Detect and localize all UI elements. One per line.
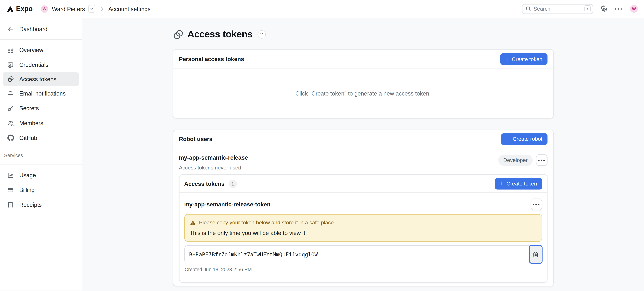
create-robot-button[interactable]: + Create robot xyxy=(501,133,548,145)
token-icon xyxy=(7,76,14,82)
sidebar-item-label: Usage xyxy=(20,172,36,178)
chevron-down-icon xyxy=(90,7,94,11)
top-header: Expo W Ward Pieters Account settings / xyxy=(0,0,644,18)
sidebar-item-label: Billing xyxy=(20,187,35,193)
robot-tokens-card: Access tokens 1 + Create token my-app-se… xyxy=(179,174,547,283)
sidebar-item-dashboard[interactable]: Dashboard xyxy=(0,22,82,36)
create-robot-token-button[interactable]: + Create token xyxy=(495,178,542,189)
copy-token-button[interactable] xyxy=(529,245,542,264)
role-badge: Developer xyxy=(498,154,532,166)
token-count-badge: 1 xyxy=(228,179,237,188)
key-icon xyxy=(7,105,14,111)
sidebar-item-usage[interactable]: Usage xyxy=(0,168,82,183)
sidebar-item-receipts[interactable]: Receipts xyxy=(0,197,82,212)
warning-icon xyxy=(190,220,196,226)
sidebar-item-label: Credentials xyxy=(20,61,48,68)
breadcrumb-account-avatar[interactable]: W xyxy=(41,5,48,12)
sidebar-item-overview[interactable]: Overview xyxy=(0,43,82,57)
token-value-field: BHRaPE7BfrZoJmKhlz7aTwUFYtMmQUEi1vqqglOW xyxy=(184,245,542,263)
sidebar-divider xyxy=(0,39,82,40)
sidebar-item-credentials[interactable]: Credentials xyxy=(0,57,82,72)
sidebar-item-label: Overview xyxy=(20,47,43,53)
sidebar-item-label: Access tokens xyxy=(20,76,56,82)
create-token-button[interactable]: + Create token xyxy=(500,53,547,65)
sidebar-item-secrets[interactable]: Secrets xyxy=(0,101,82,116)
sidebar-item-label: Dashboard xyxy=(20,26,48,32)
robot-name: my-app-semantic-release xyxy=(179,154,248,161)
token-more-button[interactable]: ●●● xyxy=(530,199,542,210)
expo-logo-text: Expo xyxy=(16,5,32,13)
usage-chart-icon xyxy=(7,172,14,178)
sidebar-item-billing[interactable]: Billing xyxy=(0,183,82,197)
receipt-icon xyxy=(7,202,14,208)
credit-card-icon xyxy=(7,187,14,193)
personal-tokens-title: Personal access tokens xyxy=(179,56,244,62)
help-button[interactable]: ? xyxy=(258,30,266,38)
user-avatar-initial: W xyxy=(632,6,636,11)
sidebar-item-label: Receipts xyxy=(20,201,42,208)
breadcrumb-avatar-initial: W xyxy=(42,6,46,11)
plus-icon: + xyxy=(506,135,510,142)
robot-tokens-title: Access tokens xyxy=(184,180,224,187)
app-root: Expo W Ward Pieters Account settings / xyxy=(0,0,644,291)
sidebar: Dashboard Overview Credentials Access xyxy=(0,18,82,291)
sidebar-section-services: Services xyxy=(0,145,82,162)
search-box[interactable]: / xyxy=(522,4,593,14)
expo-logo-icon xyxy=(6,5,14,13)
plus-icon: + xyxy=(500,180,504,187)
arrow-left-icon xyxy=(7,26,14,32)
breadcrumb-separator-icon xyxy=(99,6,104,11)
search-shortcut-key: / xyxy=(584,5,590,12)
expo-logo[interactable]: Expo xyxy=(6,5,32,13)
sidebar-item-github[interactable]: GitHub xyxy=(0,130,82,145)
search-input[interactable] xyxy=(534,6,582,12)
docs-icon xyxy=(600,5,608,13)
header-more-button[interactable]: ••• xyxy=(615,6,623,11)
sidebar-item-access-tokens[interactable]: Access tokens xyxy=(3,72,79,86)
help-icon: ? xyxy=(260,31,263,37)
sidebar-item-members[interactable]: Members xyxy=(0,116,82,130)
token-value[interactable]: BHRaPE7BfrZoJmKhlz7aTwUFYtMmQUEi1vqqglOW xyxy=(184,245,542,263)
personal-tokens-empty-state: Click "Create token" to generate a new a… xyxy=(173,69,553,118)
create-robot-label: Create robot xyxy=(513,136,542,142)
token-warning-banner: Please copy your token below and store i… xyxy=(184,214,542,242)
sidebar-item-label: Members xyxy=(20,120,43,126)
credential-badge-icon xyxy=(7,62,14,68)
token-created-date: Created Jun 18, 2023 2:56 PM xyxy=(184,267,542,273)
github-icon xyxy=(7,135,14,141)
create-robot-token-label: Create token xyxy=(506,181,537,187)
token-name: my-app-semantic-release-token xyxy=(184,201,270,208)
access-tokens-icon xyxy=(173,29,183,39)
sidebar-divider xyxy=(0,165,82,165)
page-title: Access tokens xyxy=(188,29,252,40)
docs-button[interactable] xyxy=(600,5,608,13)
dots-icon: ●●● xyxy=(532,203,540,206)
breadcrumb-page: Account settings xyxy=(108,5,150,12)
token-row: my-app-semantic-release-token ●●● xyxy=(184,199,542,210)
sidebar-item-label: Email notifications xyxy=(20,90,66,97)
sidebar-item-label: GitHub xyxy=(20,135,37,141)
robot-users-title: Robot users xyxy=(179,136,212,142)
robot-status: Access tokens never used. xyxy=(179,165,248,171)
search-icon xyxy=(526,6,531,11)
create-token-label: Create token xyxy=(512,56,542,62)
plus-icon: + xyxy=(505,55,509,62)
sidebar-item-email-notifications[interactable]: Email notifications xyxy=(0,86,82,101)
robot-user-row: my-app-semantic-release Access tokens ne… xyxy=(173,148,553,174)
robot-users-card: Robot users + Create robot my-app-semant… xyxy=(173,130,554,287)
robot-more-button[interactable]: ●●● xyxy=(536,154,547,166)
main-content: Access tokens ? Personal access tokens +… xyxy=(82,18,644,291)
dots-icon: ●●● xyxy=(538,158,546,162)
account-switcher-button[interactable] xyxy=(88,5,95,13)
warning-line1: Please copy your token below and store i… xyxy=(199,220,334,226)
personal-tokens-card: Personal access tokens + Create token Cl… xyxy=(173,49,554,119)
grid-icon xyxy=(7,47,14,53)
sidebar-item-label: Secrets xyxy=(20,105,39,112)
user-avatar[interactable]: W xyxy=(630,5,638,13)
members-icon xyxy=(7,120,14,126)
warning-line2: This is the only time you will be able t… xyxy=(190,230,536,236)
clipboard-icon xyxy=(533,251,538,258)
breadcrumb-account-name[interactable]: Ward Pieters xyxy=(52,5,85,12)
bell-icon xyxy=(7,90,14,97)
